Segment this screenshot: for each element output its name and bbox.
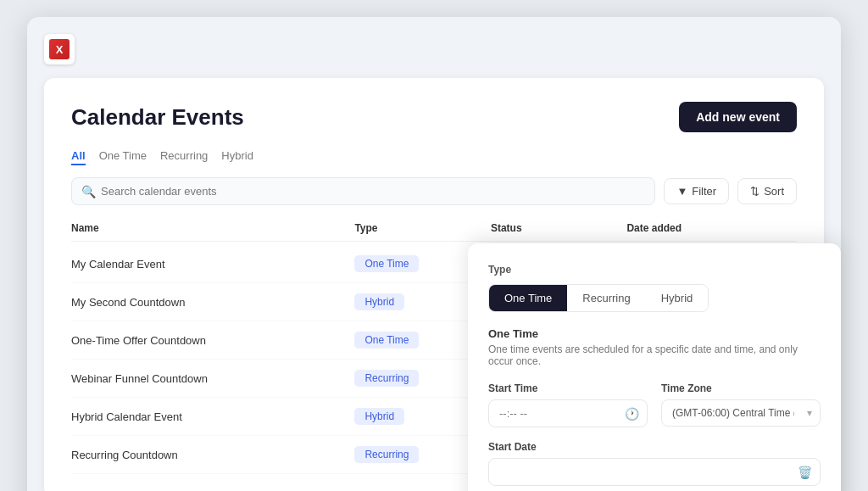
search-toolbar: 🔍 ▼ Filter ⇅ Sort — [71, 177, 797, 205]
type-section-label: Type — [488, 264, 821, 276]
sort-icon: ⇅ — [750, 185, 760, 198]
start-date-group: Start Date 🗑️ — [488, 441, 821, 486]
app-logo: X — [44, 34, 75, 64]
tab-bar: All One Time Recurring Hybrid — [71, 148, 797, 165]
type-tab-group: One Time Recurring Hybrid — [488, 284, 709, 312]
search-input[interactable] — [71, 177, 655, 205]
page-header: Calendar Events Add new event — [71, 102, 797, 132]
filter-icon: ▼ — [676, 185, 687, 198]
search-wrapper: 🔍 — [71, 177, 655, 205]
event-name: My Calendar Event — [71, 258, 354, 271]
start-date-label: Start Date — [488, 441, 821, 453]
tab-all[interactable]: All — [71, 148, 86, 165]
search-icon: 🔍 — [81, 185, 96, 198]
start-date-input-wrapper: 🗑️ — [488, 458, 821, 486]
clock-icon: 🕐 — [625, 407, 639, 421]
type-tab-hybrid[interactable]: Hybrid — [646, 285, 709, 311]
start-time-group: Start Time 🕐 — [488, 382, 648, 427]
col-type: Type — [354, 222, 491, 234]
col-status: Status — [491, 222, 627, 234]
time-timezone-row: Start Time 🕐 Time Zone (GMT-06:00) Centr… — [488, 382, 821, 427]
tab-recurring[interactable]: Recurring — [160, 148, 208, 165]
timezone-group: Time Zone (GMT-06:00) Central Time (US &… — [661, 382, 821, 427]
start-time-label: Start Time — [488, 382, 648, 394]
filter-button[interactable]: ▼ Filter — [664, 178, 729, 204]
page-title: Calendar Events — [71, 104, 244, 131]
start-date-input[interactable] — [488, 458, 821, 486]
table-header: Name Type Status Date added — [71, 222, 797, 242]
filter-label: Filter — [692, 185, 716, 198]
calendar-icon: 🗑️ — [798, 466, 812, 479]
logo-icon: X — [49, 39, 70, 59]
timezone-select-wrapper: (GMT-06:00) Central Time (US & Canad... … — [661, 399, 821, 427]
col-date: Date added — [626, 222, 797, 234]
tab-onetime[interactable]: One Time — [99, 148, 147, 165]
add-event-button[interactable]: Add new event — [679, 102, 797, 132]
tab-hybrid[interactable]: Hybrid — [221, 148, 253, 165]
timezone-label: Time Zone — [661, 382, 821, 394]
col-name: Name — [71, 222, 354, 234]
sort-label: Sort — [764, 185, 784, 198]
sort-button[interactable]: ⇅ Sort — [737, 178, 797, 204]
start-time-input[interactable] — [488, 399, 648, 427]
event-name: Webinar Funnel Countdown — [71, 372, 354, 385]
event-name: Recurring Countdown — [71, 449, 354, 461]
onetime-description: One time events are scheduled for a spec… — [488, 343, 821, 367]
type-tab-onetime[interactable]: One Time — [489, 285, 567, 311]
event-name: Hybrid Calendar Event — [71, 410, 354, 423]
event-name: One-Time Offer Countdown — [71, 334, 354, 347]
onetime-title: One Time — [488, 327, 821, 340]
timezone-select[interactable]: (GMT-06:00) Central Time (US & Canad... — [661, 399, 821, 427]
type-tab-recurring[interactable]: Recurring — [567, 285, 645, 311]
event-name: My Second Countdown — [71, 296, 354, 309]
event-type-panel: Type One Time Recurring Hybrid One Time … — [468, 243, 841, 491]
start-time-input-wrapper: 🕐 — [488, 399, 648, 427]
